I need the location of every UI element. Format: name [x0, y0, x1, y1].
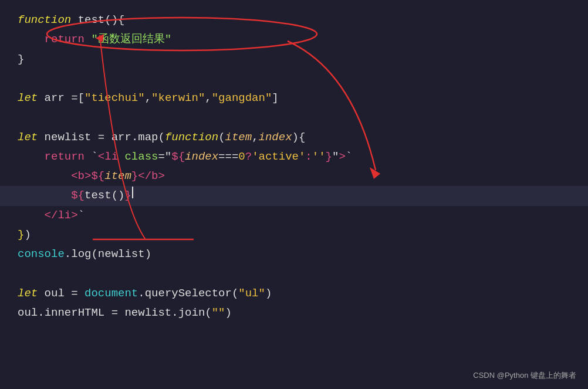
- code-line-10: ${test()}: [0, 186, 588, 205]
- code-line-4: [18, 69, 570, 89]
- code-line-16: oul.innerHTML = newlist.join(""): [18, 303, 570, 323]
- code-line-6: [18, 108, 570, 127]
- code-line-8: return `<li class="${index===0?'active':…: [18, 147, 570, 167]
- code-line-7: let newlist = arr.map(function(item,inde…: [18, 128, 570, 147]
- code-line-1: function test(){: [18, 11, 570, 30]
- code-line-13: console.log(newlist): [18, 245, 570, 264]
- code-line-2: return "函数返回结果": [18, 30, 570, 49]
- code-line-14: [18, 264, 570, 283]
- watermark: CSDN @Python 键盘上的舞者: [473, 370, 576, 381]
- code-line-9: <b>${item}</b>: [18, 167, 570, 186]
- code-line-3: }: [18, 50, 570, 69]
- code-line-15: let oul = document.querySelector("ul"): [18, 284, 570, 303]
- keyword-function: function: [18, 11, 71, 30]
- code-editor: function test(){ return "函数返回结果" } let a…: [0, 0, 588, 389]
- code-line-5: let arr =["tiechui","kerwin","gangdan"]: [18, 89, 570, 108]
- code-line-11: </li>`: [18, 206, 570, 225]
- code-line-12: }): [18, 225, 570, 245]
- cursor: [132, 187, 133, 198]
